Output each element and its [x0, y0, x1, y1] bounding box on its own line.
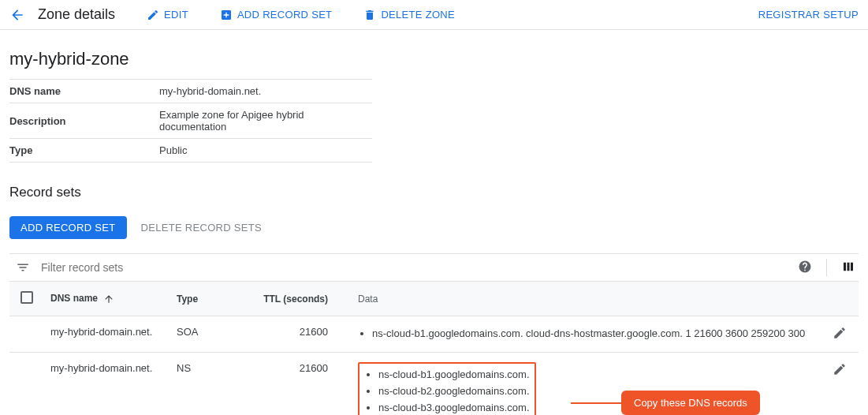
help-icon[interactable] — [798, 260, 812, 276]
edit-label: EDIT — [164, 9, 188, 21]
registrar-setup-button[interactable]: REGISTRAR SETUP — [758, 9, 859, 21]
trash-icon — [363, 9, 376, 21]
add-record-set-top-button[interactable]: ADD RECORD SET — [220, 9, 333, 21]
meta-type-label: Type — [9, 139, 159, 163]
filter-icon[interactable] — [16, 260, 30, 275]
cell-type: NS — [170, 353, 257, 416]
cell-ttl: 21600 — [257, 353, 352, 416]
separator — [826, 259, 827, 276]
meta-description-value: Example zone for Apigee hybrid documenta… — [159, 103, 372, 139]
delete-zone-button[interactable]: DELETE ZONE — [363, 9, 455, 21]
meta-description-label: Description — [9, 103, 159, 139]
cell-ttl: 21600 — [257, 316, 352, 353]
col-ttl[interactable]: TTL (seconds) — [257, 282, 352, 316]
callout-text: Copy these DNS records — [621, 391, 760, 415]
delete-record-sets-button: DELETE RECORD SETS — [141, 222, 262, 234]
select-all-checkbox[interactable] — [20, 291, 33, 304]
back-arrow-icon[interactable] — [9, 7, 25, 23]
add-box-icon — [220, 9, 233, 21]
callout-annotation: Copy these DNS records — [571, 391, 760, 415]
add-record-set-button[interactable]: ADD RECORD SET — [9, 216, 127, 239]
page-title: Zone details — [38, 6, 115, 23]
pencil-icon — [147, 9, 159, 21]
filter-record-sets-input[interactable] — [39, 260, 798, 275]
cell-dns-name: my-hybrid-domain.net. — [44, 316, 170, 353]
edit-button[interactable]: EDIT — [147, 9, 188, 21]
col-data[interactable]: Data — [352, 282, 821, 316]
meta-dns-name-value: my-hybrid-domain.net. — [159, 80, 372, 103]
add-record-set-top-label: ADD RECORD SET — [237, 9, 333, 21]
columns-icon[interactable] — [841, 260, 855, 276]
cell-type: SOA — [170, 316, 257, 353]
record-sets-heading: Record sets — [9, 185, 859, 200]
edit-row-icon[interactable] — [833, 326, 847, 340]
cell-data: ns-cloud-b1.googledomains.com. ns-cloud-… — [364, 367, 530, 415]
col-type[interactable]: Type — [170, 282, 257, 316]
ns-records-highlight-box: ns-cloud-b1.googledomains.com. ns-cloud-… — [358, 362, 536, 415]
col-dns-name[interactable]: DNS name — [44, 282, 170, 316]
meta-dns-name-label: DNS name — [9, 80, 159, 103]
table-row: my-hybrid-domain.net. NS 21600 ns-cloud-… — [9, 353, 859, 416]
delete-zone-label: DELETE ZONE — [381, 9, 455, 21]
zone-metadata-table: DNS name my-hybrid-domain.net. Descripti… — [9, 79, 372, 163]
sort-ascending-icon — [103, 293, 114, 305]
cell-data: ns-cloud-b1.googledomains.com. cloud-dns… — [358, 326, 814, 342]
record-sets-table: DNS name Type TTL (seconds) Data my-hybr… — [9, 282, 859, 415]
edit-row-icon[interactable] — [833, 362, 847, 376]
zone-name-heading: my-hybrid-zone — [9, 49, 859, 69]
meta-type-value: Public — [159, 139, 372, 163]
cell-dns-name: my-hybrid-domain.net. — [44, 353, 170, 416]
table-row: my-hybrid-domain.net. SOA 21600 ns-cloud… — [9, 316, 859, 353]
